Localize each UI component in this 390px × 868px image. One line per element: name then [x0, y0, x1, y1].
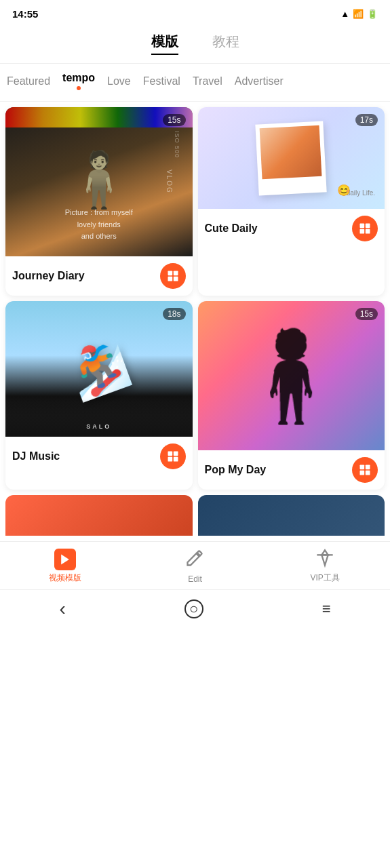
status-bar: 14:55 ▲ 📶 🔋 — [0, 0, 390, 27]
top-nav: 模版 教程 — [0, 27, 390, 64]
svg-rect-11 — [173, 457, 178, 462]
tab-tutorials[interactable]: 教程 — [212, 33, 239, 55]
nav-edit-label: Edit — [188, 574, 202, 584]
nav-vip-label: VIP工具 — [310, 572, 339, 584]
polaroid-frame — [256, 121, 327, 195]
svg-rect-3 — [173, 277, 178, 281]
card-pop-my-day[interactable]: 🧍 15s Pop My Day — [198, 301, 385, 490]
cat-travel[interactable]: Travel — [193, 75, 222, 90]
card-cute-daily[interactable]: #daily Life. 😊 17s Cute Daily — [198, 107, 385, 296]
svg-rect-2 — [168, 277, 172, 281]
cat-love[interactable]: Love — [107, 75, 131, 90]
diamond-icon — [315, 549, 334, 568]
status-icons: ▲ 📶 🔋 — [340, 9, 378, 19]
use-icon — [166, 269, 180, 283]
vip-icon — [315, 549, 334, 570]
card-journey-diary[interactable]: ISO 500 VLOG 🧍 Picture : from myself lov… — [5, 107, 193, 296]
nav-video-templates[interactable]: 视频模版 — [38, 549, 92, 584]
svg-rect-10 — [168, 457, 172, 462]
use-icon-pop — [358, 463, 372, 477]
pop-footer: Pop My Day — [198, 450, 385, 490]
vlog-label: VLOG — [165, 170, 173, 194]
pop-duration: 15s — [355, 308, 378, 320]
svg-rect-1 — [173, 271, 178, 276]
figure-decoration: 🧍 — [65, 148, 133, 212]
journey-duration: 15s — [163, 114, 185, 126]
dj-footer: DJ Music — [5, 437, 193, 476]
signal-icon: ▲ — [340, 9, 349, 19]
nav-vip-tools[interactable]: VIP工具 — [298, 549, 352, 584]
snowboarder-figure: 🏂 — [62, 333, 136, 406]
cute-duration: 17s — [355, 114, 378, 126]
partial-card-left — [5, 495, 193, 536]
photo-text: Picture : from myself lovely friends and… — [65, 207, 133, 243]
cute-emoji: 😊 — [337, 184, 351, 197]
journey-use-button[interactable] — [160, 263, 186, 289]
use-icon-dj — [166, 450, 180, 463]
cards-grid: ISO 500 VLOG 🧍 Picture : from myself lov… — [0, 102, 390, 495]
polaroid-image — [260, 125, 322, 179]
journey-title: Journey Diary — [12, 270, 85, 282]
nav-video-label: 视频模版 — [49, 572, 81, 584]
silhouette-figure: 🧍 — [236, 332, 346, 420]
cute-title: Cute Daily — [205, 222, 258, 235]
edit-icon — [185, 549, 204, 572]
cat-tempo[interactable]: tempo — [62, 72, 95, 93]
dj-bottom-gradient — [5, 399, 193, 437]
iso-label: ISO 500 — [174, 131, 180, 158]
cute-footer: Cute Daily — [198, 209, 385, 248]
cat-festival[interactable]: Festival — [143, 75, 180, 90]
android-home-button[interactable]: ○ — [184, 599, 203, 618]
dj-brand: SALO — [86, 423, 111, 430]
card-dj-music[interactable]: 🏂 SALO 18s DJ Music — [5, 301, 193, 490]
partial-bottom-row — [0, 495, 390, 536]
svg-rect-8 — [168, 452, 172, 456]
journey-footer: Journey Diary — [5, 256, 193, 296]
use-icon-cute — [358, 222, 372, 235]
pop-title: Pop My Day — [205, 464, 267, 476]
android-menu-button[interactable]: ≡ — [322, 600, 331, 618]
pop-use-button[interactable] — [352, 457, 378, 483]
tab-templates[interactable]: 模版 — [151, 33, 178, 55]
cat-advertiser[interactable]: Advertiser — [235, 75, 284, 90]
cute-use-button[interactable] — [352, 216, 378, 241]
svg-rect-15 — [366, 471, 370, 475]
svg-rect-7 — [366, 229, 370, 234]
android-nav: ‹ ○ ≡ — [0, 589, 390, 627]
nav-edit[interactable]: Edit — [168, 549, 222, 584]
svg-rect-5 — [366, 224, 370, 229]
dj-use-button[interactable] — [160, 443, 186, 469]
thumb-pop-my-day: 🧍 15s — [198, 301, 385, 450]
svg-rect-14 — [360, 471, 365, 475]
svg-rect-0 — [168, 271, 172, 276]
svg-rect-9 — [173, 452, 178, 456]
thumb-journey-diary: ISO 500 VLOG 🧍 Picture : from myself lov… — [5, 107, 193, 256]
android-back-button[interactable]: ‹ — [59, 598, 65, 620]
partial-card-right — [198, 495, 385, 536]
cat-featured[interactable]: Featured — [7, 75, 50, 90]
svg-rect-4 — [360, 224, 365, 229]
svg-rect-12 — [360, 465, 365, 470]
bottom-nav: 视频模版 Edit VIP工具 — [0, 541, 390, 589]
status-time: 14:55 — [12, 8, 38, 20]
play-icon — [58, 553, 72, 566]
svg-rect-13 — [366, 465, 370, 470]
pencil-icon — [185, 549, 204, 568]
svg-rect-6 — [360, 229, 365, 234]
category-tabs: Featured tempo Love Festival Travel Adve… — [0, 64, 390, 102]
dj-duration: 18s — [163, 308, 185, 320]
battery-icon: 🔋 — [367, 9, 378, 19]
thumb-cute-daily: #daily Life. 😊 17s — [198, 107, 385, 209]
dj-title: DJ Music — [12, 450, 60, 462]
video-template-icon — [54, 549, 76, 570]
svg-marker-16 — [61, 555, 69, 565]
thumb-dj-music: 🏂 SALO 18s — [5, 301, 193, 437]
wifi-icon: 📶 — [353, 9, 364, 19]
